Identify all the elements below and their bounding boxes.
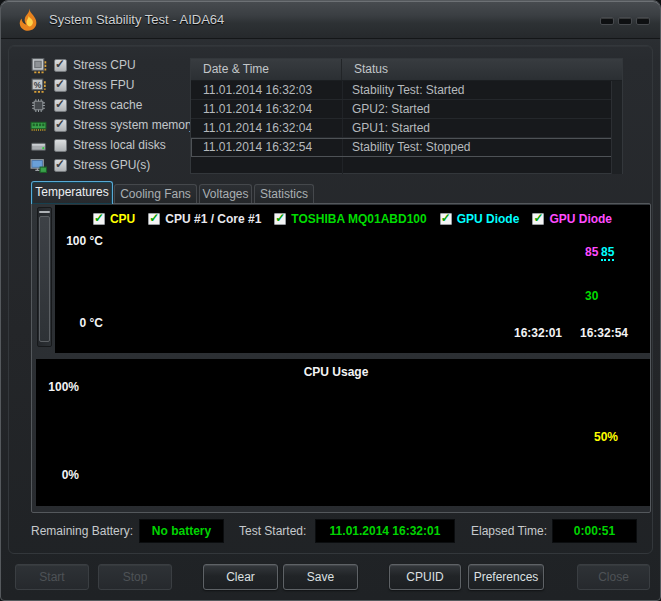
stress-cache-label: Stress cache [73,96,142,115]
elapsed-time-label: Elapsed Time: [471,524,547,538]
tab-voltages[interactable]: Voltages [199,184,252,204]
column-header-date-time[interactable]: Date & Time [191,59,342,80]
tab-cooling-fans[interactable]: Cooling Fans [114,184,197,204]
cpu-y-axis-min: 0% [41,468,79,482]
scrollbar-thumb[interactable] [39,216,50,342]
close-test-button: Close [577,564,650,590]
legend-checkbox[interactable]: ✓ [148,213,160,225]
legend-item: ✓ GPU Diode [440,211,520,227]
start-button: Start [15,564,89,590]
cpu-chart-title: CPU Usage [83,365,589,379]
test-started-label: Test Started: [239,524,306,538]
elapsed-time-value: 0:00:51 [552,519,637,543]
disk-icon [30,137,47,154]
stress-option-row: ✓ Stress GPU(s) [30,156,190,176]
legend-item: ✓ GPU Diode [532,211,612,227]
system-stability-test-window: System Stability Test - AIDA64 ✓ Stress … [0,0,661,601]
legend-label: TOSHIBA MQ01ABD100 [291,212,426,226]
maximize-button[interactable] [618,17,632,25]
cell-datetime: 11.01.2014 16:32:03 [203,81,312,99]
cpu-icon [30,57,47,74]
stress-gpu-checkbox[interactable]: ✓ [54,159,67,172]
close-button[interactable] [636,17,650,25]
stress-option-row: ✓ Stress CPU [30,56,190,76]
stress-memory-label: Stress system memory [73,116,195,135]
save-button[interactable]: Save [283,564,358,590]
titlebar[interactable]: System Stability Test - AIDA64 [1,1,660,39]
cell-datetime: 11.01.2014 16:32:04 [203,100,312,118]
svg-text:%: % [34,80,42,90]
table-row[interactable]: 11.01.2014 16:32:03 Stability Test: Star… [191,81,612,100]
window-title: System Stability Test - AIDA64 [49,1,224,39]
legend-item: ✓ CPU #1 / Core #1 [148,211,261,227]
legend-checkbox[interactable]: ✓ [440,213,452,225]
table-row-empty[interactable] [191,157,612,176]
preferences-button[interactable]: Preferences [468,564,544,590]
minimize-button[interactable] [600,17,614,25]
stress-option-row: ✓ Stress system memory [30,116,190,136]
memory-icon [30,117,47,134]
stress-cache-checkbox[interactable]: ✓ [54,99,67,112]
cell-status: GPU1: Started [352,119,430,137]
legend-item: ✓ TOSHIBA MQ01ABD100 [274,211,426,227]
remaining-battery-label: Remaining Battery: [31,524,133,538]
stress-gpu-label: Stress GPU(s) [73,156,150,175]
stress-cpu-label: Stress CPU [73,56,136,75]
value-label-cpu-usage: 50% [594,430,618,444]
table-row[interactable]: 11.01.2014 16:32:04 GPU1: Started [191,119,612,138]
tab-statistics[interactable]: Statistics [254,184,314,204]
stress-cpu-checkbox[interactable]: ✓ [54,59,67,72]
cell-status: Stability Test: Stopped [352,138,471,156]
stress-option-row: ✓ Stress cache [30,96,190,116]
table-row[interactable]: 11.01.2014 16:32:54 Stability Test: Stop… [191,138,612,157]
flame-icon [16,7,42,33]
table-row[interactable]: 11.01.2014 16:32:04 GPU2: Started [191,100,612,119]
value-label-gpu-magenta: 85 [585,245,598,259]
legend-label: GPU Diode [549,212,612,226]
event-log-table: Date & Time Status 11.01.2014 16:32:03 S… [190,58,623,174]
legend-checkbox[interactable]: ✓ [532,213,544,225]
stress-fpu-checkbox[interactable]: ✓ [54,79,67,92]
temp-y-axis-max: 100 °C [55,234,103,248]
x-tick-start: 16:32:01 [480,326,562,340]
clear-button[interactable]: Clear [203,564,278,590]
test-started-value: 11.01.2014 16:32:01 [315,519,455,543]
log-scrollbar[interactable] [611,81,622,174]
stop-button: Stop [98,564,172,590]
stress-fpu-label: Stress FPU [73,76,134,95]
cache-icon [30,97,47,114]
chart-legend: ✓ CPU ✓ CPU #1 / Core #1 ✓ TOSHIBA MQ01A… [55,211,650,227]
temp-y-axis-min: 0 °C [55,316,103,330]
legend-checkbox[interactable]: ✓ [93,213,105,225]
stress-memory-checkbox[interactable]: ✓ [54,119,67,132]
gpu-icon [30,157,47,174]
value-label-gpu-cyan: 85 [601,245,614,261]
cpu-y-axis-max: 100% [41,380,79,394]
legend-item: ✓ CPU [93,211,135,227]
column-header-status[interactable]: Status [342,59,602,80]
cpuid-button[interactable]: CPUID [389,564,461,590]
legend-checkbox[interactable]: ✓ [274,213,286,225]
cell-datetime: 11.01.2014 16:32:04 [203,119,312,137]
scrollbar-top-grip [39,211,50,213]
cell-datetime: 11.01.2014 16:32:54 [203,138,312,156]
stress-option-row: % ✓ Stress FPU [30,76,190,96]
tab-temperatures[interactable]: Temperatures [31,181,113,204]
event-log-header: Date & Time Status [191,59,622,81]
client-area: ✓ Stress CPU % ✓ Stress FPU ✓ Stress cac… [1,39,661,601]
stress-option-row: ✓ Stress local disks [30,136,190,156]
legend-label: CPU #1 / Core #1 [165,212,261,226]
remaining-battery-value: No battery [139,519,224,543]
stress-disks-label: Stress local disks [73,136,166,155]
fpu-icon: % [30,77,47,94]
cell-status: Stability Test: Started [352,81,465,99]
value-label-hdd: 30 [585,289,598,303]
stress-disks-checkbox[interactable]: ✓ [54,139,67,152]
cell-status: GPU2: Started [352,100,430,118]
legend-label: GPU Diode [457,212,520,226]
legend-label: CPU [110,212,135,226]
x-tick-stop: 16:32:54 [568,326,628,340]
cpu-usage-chart [36,359,650,506]
